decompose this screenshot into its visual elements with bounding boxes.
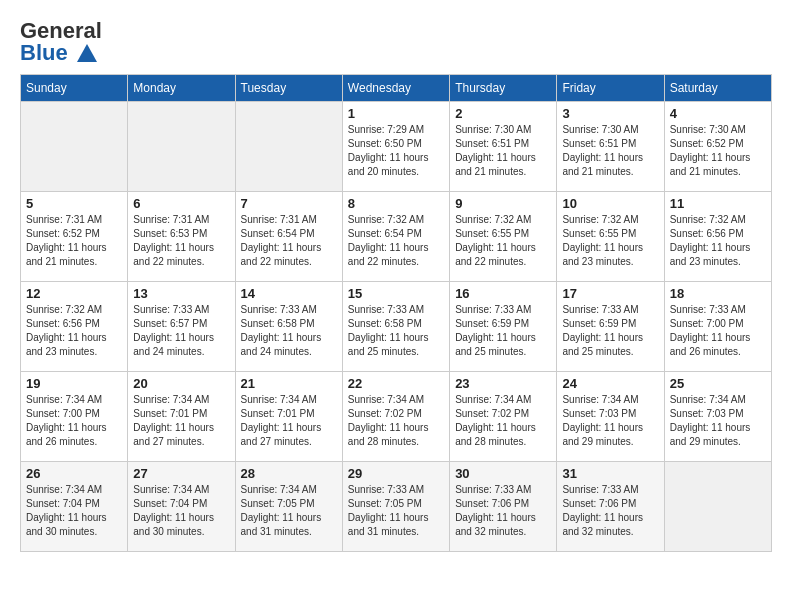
day-info: Sunrise: 7:34 AMSunset: 7:02 PMDaylight:… (348, 393, 444, 449)
day-number: 4 (670, 106, 766, 121)
calendar-cell: 17Sunrise: 7:33 AMSunset: 6:59 PMDayligh… (557, 282, 664, 372)
day-number: 12 (26, 286, 122, 301)
calendar-cell: 1Sunrise: 7:29 AMSunset: 6:50 PMDaylight… (342, 102, 449, 192)
calendar-cell: 30Sunrise: 7:33 AMSunset: 7:06 PMDayligh… (450, 462, 557, 552)
day-number: 1 (348, 106, 444, 121)
day-info: Sunrise: 7:34 AMSunset: 7:03 PMDaylight:… (670, 393, 766, 449)
weekday-header-sunday: Sunday (21, 75, 128, 102)
day-number: 5 (26, 196, 122, 211)
calendar-cell: 23Sunrise: 7:34 AMSunset: 7:02 PMDayligh… (450, 372, 557, 462)
weekday-header-friday: Friday (557, 75, 664, 102)
calendar-cell: 15Sunrise: 7:33 AMSunset: 6:58 PMDayligh… (342, 282, 449, 372)
calendar-week-row: 26Sunrise: 7:34 AMSunset: 7:04 PMDayligh… (21, 462, 772, 552)
day-info: Sunrise: 7:33 AMSunset: 6:59 PMDaylight:… (562, 303, 658, 359)
day-number: 29 (348, 466, 444, 481)
day-info: Sunrise: 7:32 AMSunset: 6:54 PMDaylight:… (348, 213, 444, 269)
calendar-cell (21, 102, 128, 192)
day-info: Sunrise: 7:34 AMSunset: 7:02 PMDaylight:… (455, 393, 551, 449)
calendar-cell: 16Sunrise: 7:33 AMSunset: 6:59 PMDayligh… (450, 282, 557, 372)
day-info: Sunrise: 7:31 AMSunset: 6:52 PMDaylight:… (26, 213, 122, 269)
calendar-week-row: 5Sunrise: 7:31 AMSunset: 6:52 PMDaylight… (21, 192, 772, 282)
calendar-cell: 31Sunrise: 7:33 AMSunset: 7:06 PMDayligh… (557, 462, 664, 552)
day-number: 31 (562, 466, 658, 481)
day-number: 11 (670, 196, 766, 211)
day-number: 16 (455, 286, 551, 301)
day-info: Sunrise: 7:34 AMSunset: 7:03 PMDaylight:… (562, 393, 658, 449)
calendar-week-row: 12Sunrise: 7:32 AMSunset: 6:56 PMDayligh… (21, 282, 772, 372)
day-number: 20 (133, 376, 229, 391)
day-number: 27 (133, 466, 229, 481)
day-info: Sunrise: 7:32 AMSunset: 6:55 PMDaylight:… (562, 213, 658, 269)
calendar-cell: 27Sunrise: 7:34 AMSunset: 7:04 PMDayligh… (128, 462, 235, 552)
day-number: 30 (455, 466, 551, 481)
day-info: Sunrise: 7:33 AMSunset: 7:00 PMDaylight:… (670, 303, 766, 359)
day-number: 9 (455, 196, 551, 211)
day-number: 25 (670, 376, 766, 391)
calendar-cell (664, 462, 771, 552)
day-number: 6 (133, 196, 229, 211)
calendar-week-row: 19Sunrise: 7:34 AMSunset: 7:00 PMDayligh… (21, 372, 772, 462)
logo-blue-text: Blue (20, 40, 68, 65)
day-info: Sunrise: 7:32 AMSunset: 6:56 PMDaylight:… (670, 213, 766, 269)
calendar-cell: 14Sunrise: 7:33 AMSunset: 6:58 PMDayligh… (235, 282, 342, 372)
calendar-cell: 3Sunrise: 7:30 AMSunset: 6:51 PMDaylight… (557, 102, 664, 192)
calendar-cell: 5Sunrise: 7:31 AMSunset: 6:52 PMDaylight… (21, 192, 128, 282)
day-number: 17 (562, 286, 658, 301)
page-header: General Blue (20, 20, 772, 64)
day-number: 3 (562, 106, 658, 121)
day-info: Sunrise: 7:34 AMSunset: 7:01 PMDaylight:… (241, 393, 337, 449)
calendar-cell: 22Sunrise: 7:34 AMSunset: 7:02 PMDayligh… (342, 372, 449, 462)
day-info: Sunrise: 7:33 AMSunset: 6:58 PMDaylight:… (241, 303, 337, 359)
day-info: Sunrise: 7:33 AMSunset: 7:06 PMDaylight:… (562, 483, 658, 539)
calendar-cell: 20Sunrise: 7:34 AMSunset: 7:01 PMDayligh… (128, 372, 235, 462)
calendar-cell: 11Sunrise: 7:32 AMSunset: 6:56 PMDayligh… (664, 192, 771, 282)
day-number: 14 (241, 286, 337, 301)
day-number: 18 (670, 286, 766, 301)
day-info: Sunrise: 7:30 AMSunset: 6:51 PMDaylight:… (562, 123, 658, 179)
calendar-cell: 19Sunrise: 7:34 AMSunset: 7:00 PMDayligh… (21, 372, 128, 462)
day-info: Sunrise: 7:34 AMSunset: 7:04 PMDaylight:… (133, 483, 229, 539)
calendar-cell: 12Sunrise: 7:32 AMSunset: 6:56 PMDayligh… (21, 282, 128, 372)
day-number: 22 (348, 376, 444, 391)
calendar-cell: 8Sunrise: 7:32 AMSunset: 6:54 PMDaylight… (342, 192, 449, 282)
day-info: Sunrise: 7:34 AMSunset: 7:05 PMDaylight:… (241, 483, 337, 539)
calendar-cell: 6Sunrise: 7:31 AMSunset: 6:53 PMDaylight… (128, 192, 235, 282)
calendar-cell: 24Sunrise: 7:34 AMSunset: 7:03 PMDayligh… (557, 372, 664, 462)
day-info: Sunrise: 7:30 AMSunset: 6:52 PMDaylight:… (670, 123, 766, 179)
calendar-cell: 7Sunrise: 7:31 AMSunset: 6:54 PMDaylight… (235, 192, 342, 282)
day-number: 13 (133, 286, 229, 301)
day-info: Sunrise: 7:33 AMSunset: 6:58 PMDaylight:… (348, 303, 444, 359)
day-info: Sunrise: 7:31 AMSunset: 6:54 PMDaylight:… (241, 213, 337, 269)
day-info: Sunrise: 7:34 AMSunset: 7:04 PMDaylight:… (26, 483, 122, 539)
weekday-header-thursday: Thursday (450, 75, 557, 102)
day-info: Sunrise: 7:33 AMSunset: 6:57 PMDaylight:… (133, 303, 229, 359)
calendar-table: SundayMondayTuesdayWednesdayThursdayFrid… (20, 74, 772, 552)
weekday-header-monday: Monday (128, 75, 235, 102)
weekday-header-wednesday: Wednesday (342, 75, 449, 102)
calendar-cell: 2Sunrise: 7:30 AMSunset: 6:51 PMDaylight… (450, 102, 557, 192)
day-number: 2 (455, 106, 551, 121)
day-number: 10 (562, 196, 658, 211)
day-number: 21 (241, 376, 337, 391)
day-info: Sunrise: 7:33 AMSunset: 6:59 PMDaylight:… (455, 303, 551, 359)
calendar-header-row: SundayMondayTuesdayWednesdayThursdayFrid… (21, 75, 772, 102)
calendar-cell: 13Sunrise: 7:33 AMSunset: 6:57 PMDayligh… (128, 282, 235, 372)
calendar-cell: 29Sunrise: 7:33 AMSunset: 7:05 PMDayligh… (342, 462, 449, 552)
weekday-header-tuesday: Tuesday (235, 75, 342, 102)
day-number: 7 (241, 196, 337, 211)
calendar-week-row: 1Sunrise: 7:29 AMSunset: 6:50 PMDaylight… (21, 102, 772, 192)
day-number: 8 (348, 196, 444, 211)
day-number: 24 (562, 376, 658, 391)
day-info: Sunrise: 7:33 AMSunset: 7:06 PMDaylight:… (455, 483, 551, 539)
calendar-cell: 26Sunrise: 7:34 AMSunset: 7:04 PMDayligh… (21, 462, 128, 552)
calendar-cell: 25Sunrise: 7:34 AMSunset: 7:03 PMDayligh… (664, 372, 771, 462)
day-number: 19 (26, 376, 122, 391)
day-number: 15 (348, 286, 444, 301)
calendar-cell: 4Sunrise: 7:30 AMSunset: 6:52 PMDaylight… (664, 102, 771, 192)
calendar-cell: 10Sunrise: 7:32 AMSunset: 6:55 PMDayligh… (557, 192, 664, 282)
day-number: 26 (26, 466, 122, 481)
day-number: 28 (241, 466, 337, 481)
day-info: Sunrise: 7:33 AMSunset: 7:05 PMDaylight:… (348, 483, 444, 539)
logo: General Blue (20, 20, 102, 64)
day-info: Sunrise: 7:31 AMSunset: 6:53 PMDaylight:… (133, 213, 229, 269)
